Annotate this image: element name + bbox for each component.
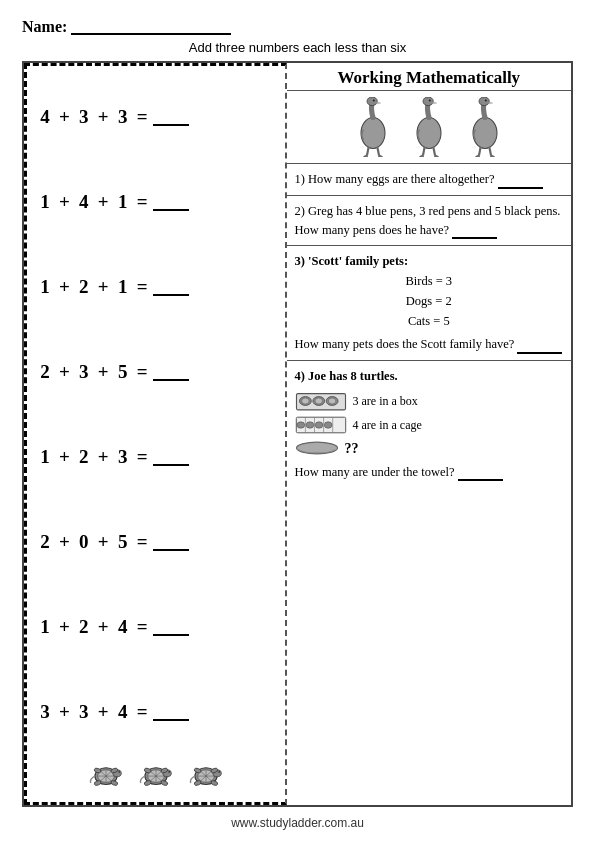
eq-answer-2[interactable] (153, 193, 189, 211)
svg-point-78 (324, 421, 332, 428)
svg-point-69 (328, 398, 335, 404)
q3-section: 3) 'Scott' family pets: Birds = 3 Dogs =… (287, 246, 571, 361)
q4-towel-marks: ?? (345, 438, 359, 459)
svg-point-20 (143, 780, 151, 786)
equation-row-4: 2 + 3 + 5 = (37, 359, 275, 385)
eq-a-7: 1 (37, 616, 53, 638)
q4-answer-blank[interactable] (458, 467, 503, 481)
eq-c-8: 4 (115, 701, 131, 723)
turtle-row (37, 758, 275, 794)
name-row: Name: (22, 18, 573, 36)
name-input-line[interactable] (71, 19, 231, 35)
footer: www.studyladder.com.au (22, 811, 573, 830)
birds-section (287, 91, 571, 164)
svg-point-9 (110, 780, 118, 786)
towel-icon (295, 440, 339, 456)
eq-c-7: 4 (115, 616, 131, 638)
svg-line-48 (423, 147, 425, 156)
eq-c-6: 5 (115, 531, 131, 553)
eq-b-5: 2 (76, 446, 92, 468)
svg-point-65 (301, 398, 308, 404)
svg-point-32 (193, 780, 201, 786)
wm-header: Working Mathematically (287, 63, 571, 91)
svg-point-54 (473, 118, 497, 149)
eq-c-3: 1 (115, 276, 131, 298)
q1-answer-blank[interactable] (498, 175, 543, 189)
q2-answer-blank[interactable] (452, 225, 497, 239)
svg-point-36 (361, 118, 385, 149)
svg-point-56 (485, 99, 487, 101)
eq-a-5: 1 (37, 446, 53, 468)
left-panel: 4 + 3 + 3 = 1 + 4 + 1 = 1 + 2 + 1 = 2 + … (24, 63, 287, 805)
turtle-icon-1 (85, 758, 127, 790)
svg-point-76 (306, 421, 314, 428)
bird-icon-2 (406, 97, 452, 157)
svg-point-55 (479, 97, 489, 106)
page: Name: Add three numbers each less than s… (0, 0, 595, 842)
bird-icon-1 (350, 97, 396, 157)
eq-answer-1[interactable] (153, 108, 189, 126)
q3-title: 3) 'Scott' family pets: (295, 252, 563, 271)
right-panel: Working Mathematically (287, 63, 571, 805)
eq-answer-3[interactable] (153, 278, 189, 296)
svg-point-75 (296, 421, 304, 428)
svg-line-39 (367, 147, 369, 156)
q4-section: 4) Joe has 8 turtles. 3 are in a box (287, 361, 571, 805)
eq-b-4: 3 (76, 361, 92, 383)
svg-point-33 (210, 780, 218, 786)
svg-line-57 (479, 147, 481, 156)
eq-answer-7[interactable] (153, 618, 189, 636)
q3-birds: Birds = 3 (295, 271, 563, 291)
q3-answer-blank[interactable] (517, 340, 562, 354)
q4-box2-row: 4 are in a cage (295, 414, 563, 436)
subtitle: Add three numbers each less than six (22, 40, 573, 55)
svg-point-47 (429, 99, 431, 101)
q4-title: 4) Joe has 8 turtles. (295, 367, 563, 386)
eq-b-2: 4 (76, 191, 92, 213)
eq-a-6: 2 (37, 531, 53, 553)
eq-c-4: 5 (115, 361, 131, 383)
eq-b-3: 2 (76, 276, 92, 298)
main-content-box: 4 + 3 + 3 = 1 + 4 + 1 = 1 + 2 + 1 = 2 + … (22, 61, 573, 807)
eq-a-3: 1 (37, 276, 53, 298)
eq-c-1: 3 (115, 106, 131, 128)
svg-point-45 (417, 118, 441, 149)
q4-box1-text: 3 are in a box (353, 392, 418, 410)
equations-container: 4 + 3 + 3 = 1 + 4 + 1 = 1 + 2 + 1 = 2 + … (37, 74, 275, 754)
q1-section: 1) How many eggs are there altogether? (287, 164, 571, 196)
box1-icon (295, 390, 347, 412)
eq-a-2: 1 (37, 191, 53, 213)
equation-row-5: 1 + 2 + 3 = (37, 444, 275, 470)
name-label: Name: (22, 18, 67, 36)
q2-section: 2) Greg has 4 blue pens, 3 red pens and … (287, 196, 571, 247)
eq-answer-4[interactable] (153, 363, 189, 381)
equation-row-6: 2 + 0 + 5 = (37, 529, 275, 555)
q4-question-text: How many are under the towel? (295, 465, 455, 479)
turtle-icon-3 (185, 758, 227, 790)
svg-point-38 (373, 99, 375, 101)
eq-c-5: 3 (115, 446, 131, 468)
cage-icon (295, 414, 347, 436)
turtle-icon-2 (135, 758, 177, 790)
eq-b-1: 3 (76, 106, 92, 128)
eq-b-8: 3 (76, 701, 92, 723)
q4-question-row: How many are under the towel? (295, 463, 563, 482)
eq-a-8: 3 (37, 701, 53, 723)
svg-line-40 (377, 147, 379, 156)
q3-cats: Cats = 5 (295, 311, 563, 331)
q1-text: 1) How many eggs are there altogether? (295, 172, 495, 186)
svg-point-21 (160, 780, 168, 786)
eq-a-1: 4 (37, 106, 53, 128)
svg-point-19 (168, 771, 170, 773)
q2-text: 2) Greg has 4 blue pens, 3 red pens and … (295, 204, 561, 237)
svg-point-31 (218, 771, 220, 773)
eq-b-6: 0 (76, 531, 92, 553)
eq-answer-6[interactable] (153, 533, 189, 551)
equation-row-1: 4 + 3 + 3 = (37, 104, 275, 130)
q3-dogs: Dogs = 2 (295, 291, 563, 311)
eq-answer-8[interactable] (153, 703, 189, 721)
eq-answer-5[interactable] (153, 448, 189, 466)
q3-question: How many pets does the Scott family have… (295, 335, 563, 354)
svg-point-46 (423, 97, 433, 106)
q4-towel-row: ?? (295, 438, 563, 459)
